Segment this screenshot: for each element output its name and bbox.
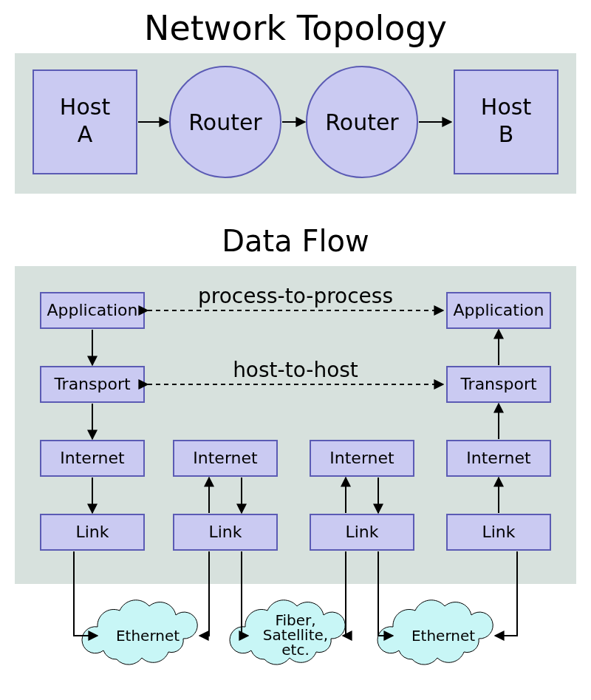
hostA-internet-label: Internet [60,449,125,467]
router2-internet-label: Internet [329,449,394,467]
router1-link-label: Link [208,523,242,541]
diagram-title: Network Topology [144,8,447,48]
logical-h2h-label: host-to-host [233,358,358,382]
router2-link-label: Link [345,523,378,541]
hostA-transport-label: Transport [53,375,131,393]
diagram-canvas: Network Topology Host A Router Router Ho… [0,0,591,700]
hostA-application-label: Application [47,301,138,319]
router-1-label: Router [188,109,262,135]
host-b-label-line1: Host [481,94,532,120]
router1-internet-label: Internet [193,449,258,467]
dataflow-title: Data Flow [222,224,369,258]
hostA-link-label: Link [75,523,109,541]
hostB-transport-label: Transport [460,375,537,393]
host-b-label-line2: B [499,121,514,147]
hostB-application-label: Application [454,301,544,319]
router-2-label: Router [325,109,399,135]
cloud-eth1-label: Ethernet [116,627,180,645]
cloud-fiber-label-3: etc. [281,641,310,659]
cloud-eth2-label: Ethernet [411,627,475,645]
logical-p2p-label: process-to-process [198,284,393,308]
hostB-link-label: Link [482,523,515,541]
host-a-label-line2: A [78,121,93,147]
host-a-label-line1: Host [60,94,111,120]
hostB-internet-label: Internet [466,449,531,467]
